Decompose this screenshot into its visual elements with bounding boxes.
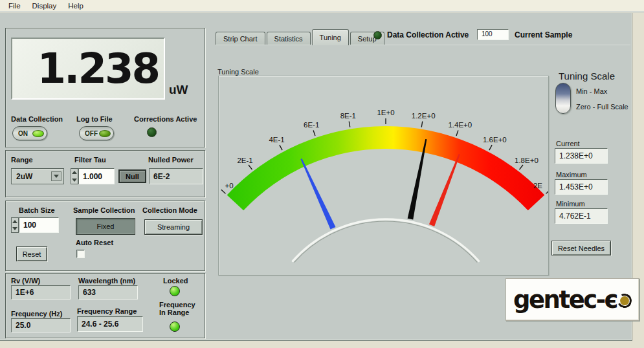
power-value: 1.238 bbox=[38, 45, 159, 92]
range-select[interactable]: 2uW bbox=[11, 168, 64, 184]
auto-reset-checkbox[interactable] bbox=[76, 250, 85, 258]
gauge-tick-label: 4E-1 bbox=[269, 136, 284, 144]
auto-reset-label: Auto Reset bbox=[76, 239, 113, 246]
current-label: Current bbox=[556, 140, 580, 147]
tab-tuning[interactable]: Tuning bbox=[312, 29, 349, 45]
gauge-tick-label: 1.4E+0 bbox=[448, 121, 472, 129]
sensor-panel: Rv (V/W) 1E+6 Wavelength (nm) 633 Locked… bbox=[5, 273, 205, 338]
data-collection-toggle[interactable]: ON bbox=[12, 126, 47, 140]
filter-tau-label: Filter Tau bbox=[74, 156, 106, 164]
sample-collection-button[interactable]: Fixed bbox=[76, 218, 135, 235]
frequency-in-range-led bbox=[170, 321, 180, 332]
batch-size-input[interactable]: 100 bbox=[19, 217, 59, 233]
gauge-tick bbox=[546, 190, 548, 193]
range-panel: Range Filter Tau Nulled Power 2uW 1.000 … bbox=[5, 150, 205, 197]
tab-underline bbox=[216, 45, 630, 45]
gentec-logo: gentec-є bbox=[505, 278, 639, 321]
gauge-tick-label: 2E bbox=[533, 182, 542, 190]
corrections-active-label: Corrections Active bbox=[134, 115, 197, 123]
rv-label: Rv (V/W) bbox=[11, 277, 40, 285]
menu-item-help[interactable]: Help bbox=[62, 2, 89, 10]
null-button[interactable]: Null bbox=[118, 169, 146, 183]
tuning-gauge: +02E-14E-16E-18E-11E+01.2E+01.4E+01.6E+0… bbox=[218, 76, 549, 276]
log-to-file-label: Log to File bbox=[76, 115, 113, 123]
current-value: 1.238E+0 bbox=[555, 148, 608, 164]
corrections-active-led bbox=[147, 127, 157, 137]
decrement-icon[interactable] bbox=[72, 179, 77, 182]
menu-item-display[interactable]: Display bbox=[27, 2, 63, 10]
current-sample-label: Current Sample bbox=[515, 30, 572, 39]
data-collection-label: Data Collection bbox=[11, 115, 63, 123]
scale-mode-switch[interactable] bbox=[555, 83, 571, 114]
menu-item-file[interactable]: File bbox=[3, 2, 27, 10]
gauge-needle-maximum bbox=[429, 154, 460, 226]
increment-icon[interactable] bbox=[72, 171, 77, 174]
gauge-needle-minimum bbox=[300, 158, 335, 230]
wavelength-label: Wavelength (nm) bbox=[78, 277, 135, 285]
reset-needles-button[interactable]: Reset Needles bbox=[551, 241, 611, 256]
scale-option-zero-full[interactable]: Zero - Full Scale bbox=[576, 103, 628, 111]
gauge-tick bbox=[489, 145, 492, 150]
gauge-tick-label: 2E-1 bbox=[237, 157, 252, 164]
frequency-range-label: Frequency Range bbox=[77, 307, 137, 315]
data-collection-active-led bbox=[373, 31, 382, 39]
rv-value: 1E+6 bbox=[11, 285, 71, 299]
gentec-logo-text: gentec-є bbox=[513, 286, 617, 314]
gauge-tick bbox=[249, 165, 252, 169]
sample-collection-label: Sample Collection bbox=[73, 206, 135, 214]
batch-size-stepper[interactable] bbox=[11, 217, 19, 233]
gauge-tick-label: +0 bbox=[225, 182, 233, 190]
increment-icon[interactable] bbox=[12, 220, 17, 223]
gauge-tick bbox=[421, 122, 422, 127]
maximum-value: 1.453E+0 bbox=[555, 179, 608, 195]
lamp-off-icon bbox=[99, 130, 111, 137]
gauge-tick bbox=[349, 122, 350, 127]
reset-button[interactable]: Reset bbox=[16, 246, 47, 261]
range-label: Range bbox=[11, 156, 33, 164]
current-sample-input[interactable]: 100 bbox=[477, 29, 509, 40]
gauge-pivot-arc-shadow bbox=[294, 221, 478, 263]
tab-statistics[interactable]: Statistics bbox=[267, 32, 311, 45]
frequency-in-range-label: Frequency In Range bbox=[159, 301, 195, 316]
tab-bar: Strip ChartStatisticsTuningSetup bbox=[216, 29, 386, 45]
scale-option-min-max[interactable]: Min - Max bbox=[576, 87, 607, 95]
data-collection-active-label: Data Collection Active bbox=[387, 30, 469, 39]
gauge-tick bbox=[456, 130, 458, 136]
minimum-label: Minimum bbox=[556, 200, 585, 208]
data-collection-state: ON bbox=[18, 130, 32, 137]
frequency-label: Frequency (Hz) bbox=[11, 310, 62, 318]
tuning-scale-panel-label: Tuning Scale bbox=[217, 68, 259, 76]
frequency-value: 25.0 bbox=[11, 318, 71, 332]
gauge-tick bbox=[519, 165, 522, 169]
menu-bar: FileDisplayHelp bbox=[0, 0, 644, 12]
gauge-tick bbox=[313, 130, 315, 136]
collection-mode-label: Collection Mode bbox=[142, 206, 197, 214]
gauge-tick-label: 1.8E+0 bbox=[515, 157, 539, 164]
gauge-tick-label: 1E+0 bbox=[377, 109, 394, 116]
collection-mode-button[interactable]: Streaming bbox=[144, 219, 203, 235]
batch-size-label: Batch Size bbox=[19, 206, 55, 214]
power-unit: uW bbox=[169, 83, 188, 97]
frequency-range-value: 24.6 - 25.6 bbox=[77, 316, 143, 332]
tab-strip-chart[interactable]: Strip Chart bbox=[216, 32, 265, 45]
gentec-logo-o-icon bbox=[616, 292, 634, 310]
maximum-label: Maximum bbox=[556, 171, 587, 179]
range-value: 2uW bbox=[16, 172, 32, 181]
filter-tau-input[interactable]: 1.000 bbox=[78, 168, 115, 184]
log-to-file-toggle[interactable]: OFF bbox=[79, 126, 114, 140]
wavelength-value: 633 bbox=[78, 285, 138, 299]
nulled-power-label: Nulled Power bbox=[148, 156, 194, 164]
meter-panel: 1.238 uW Data Collection Log to File Cor… bbox=[5, 28, 205, 147]
decrement-icon[interactable] bbox=[12, 227, 17, 230]
dropdown-arrow-icon[interactable] bbox=[51, 171, 61, 181]
locked-label: Locked bbox=[163, 277, 188, 285]
gauge-tick-label: 1.2E+0 bbox=[412, 112, 436, 120]
gauge-tick-label: 6E-1 bbox=[304, 121, 319, 129]
minimum-value: 4.762E-1 bbox=[555, 208, 608, 224]
batch-panel: Batch Size Sample Collection Collection … bbox=[5, 201, 205, 271]
filter-tau-stepper[interactable] bbox=[71, 168, 78, 184]
gauge-tick-label: 8E-1 bbox=[340, 112, 356, 120]
tuning-scale-title: Tuning Scale bbox=[559, 71, 615, 82]
log-to-file-state: OFF bbox=[85, 130, 99, 137]
lamp-on-icon bbox=[32, 130, 44, 137]
